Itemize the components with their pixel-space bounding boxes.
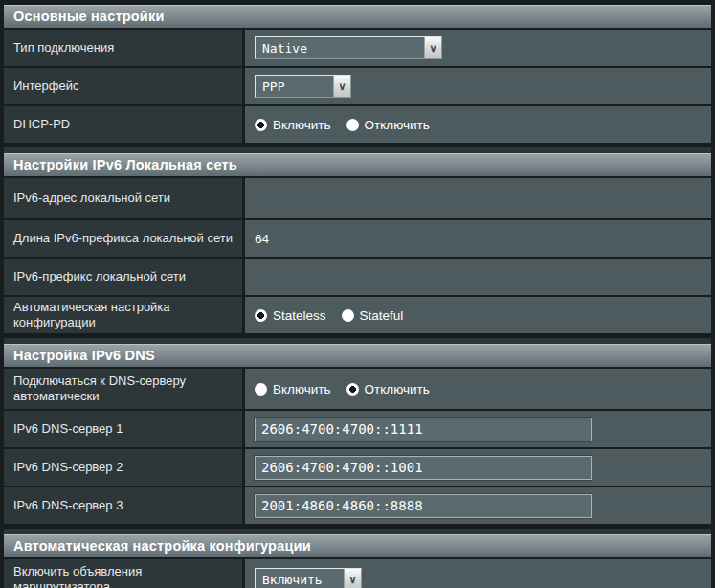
radio-option-stateful[interactable]: Stateful	[342, 308, 404, 323]
prefix-length-value: 64	[255, 232, 269, 246]
row-value: Включить Отключить	[245, 106, 711, 143]
radio-option-enable[interactable]: Включить	[255, 382, 331, 396]
row-value: 64	[245, 220, 711, 257]
row-lan-prefix-length: Длина IPv6-префикса локальной сети 64	[4, 220, 711, 257]
row-value	[245, 487, 711, 524]
row-router-advertisement: Включить объявления маршрутизатора Включ…	[4, 559, 711, 588]
dns-server-1-input[interactable]	[255, 418, 592, 441]
section-divider	[4, 145, 711, 153]
row-label: DHCP-PD	[4, 106, 245, 143]
row-label: Тип подключения	[4, 30, 245, 66]
row-dns-auto: Подключаться к DNS-серверу автоматически…	[4, 369, 711, 409]
row-value	[245, 178, 711, 218]
radio-option-stateless[interactable]: Stateless	[255, 308, 326, 323]
radio-option-disable[interactable]: Отключить	[346, 382, 430, 396]
row-label: Автоматическая настройка конфигурации	[4, 297, 245, 333]
radio-unselected-icon[interactable]	[346, 119, 359, 131]
row-value: PPP ∨	[245, 68, 711, 104]
row-value	[245, 259, 711, 295]
row-label: IPv6-префикс локальной сети	[4, 259, 245, 295]
connection-type-select[interactable]: Native ∨	[255, 36, 442, 59]
section-header-ipv6-lan: Настройки IPv6 Локальная сеть	[4, 153, 711, 176]
row-label: Интерфейс	[4, 68, 245, 104]
router-advertisement-select[interactable]: Включить ∨	[255, 568, 362, 588]
radio-selected-icon[interactable]	[255, 119, 267, 131]
row-value: Включить Отключить	[245, 369, 711, 409]
row-value: Stateless Stateful	[245, 297, 711, 333]
lan-ipv6-prefix-redacted	[262, 267, 427, 287]
row-label: Включить объявления маршрутизатора	[4, 559, 245, 588]
row-label: IPv6-адрес локальной сети	[4, 178, 245, 218]
row-dns-server-2: IPv6 DNS-сервер 2	[4, 449, 711, 486]
section-header-ipv6-dns: Настройка IPv6 DNS	[4, 344, 711, 367]
row-label: Подключаться к DNS-серверу автоматически	[4, 369, 245, 409]
radio-unselected-icon[interactable]	[342, 309, 354, 322]
row-dns-server-1: IPv6 DNS-сервер 1	[4, 411, 711, 447]
radio-unselected-icon[interactable]	[255, 383, 267, 396]
interface-select[interactable]: PPP ∨	[255, 75, 351, 98]
dhcp-pd-radio-group: Включить Отключить	[255, 118, 445, 132]
dns-auto-radio-group: Включить Отключить	[255, 382, 445, 396]
row-value	[245, 411, 711, 447]
select-value: Включить	[256, 573, 344, 587]
select-value: Native	[256, 41, 424, 56]
autoconfig-radio-group: Stateless Stateful	[255, 308, 418, 323]
chevron-down-icon[interactable]: ∨	[424, 37, 441, 58]
row-value: Native ∨	[245, 30, 711, 66]
row-dns-server-3: IPv6 DNS-сервер 3	[4, 487, 711, 524]
row-lan-ipv6-prefix: IPv6-префикс локальной сети	[4, 259, 711, 295]
dns-server-3-input[interactable]	[255, 494, 592, 518]
section-header-auto-configuration: Автоматическая настройка конфигурации	[4, 534, 711, 557]
radio-selected-icon[interactable]	[346, 383, 359, 396]
row-label: IPv6 DNS-сервер 2	[4, 449, 245, 486]
chevron-down-icon[interactable]: ∨	[344, 569, 361, 588]
lan-ipv6-address-redacted	[262, 189, 427, 209]
radio-option-disable[interactable]: Отключить	[346, 118, 430, 132]
row-interface: Интерфейс PPP ∨	[4, 68, 711, 104]
row-label: IPv6 DNS-сервер 1	[4, 411, 245, 447]
row-value	[245, 449, 711, 486]
row-label: Длина IPv6-префикса локальной сети	[4, 220, 245, 257]
row-autoconfig: Автоматическая настройка конфигурации St…	[4, 297, 711, 333]
row-value: Включить ∨	[245, 559, 711, 588]
chevron-down-icon[interactable]: ∨	[333, 76, 350, 97]
row-label: IPv6 DNS-сервер 3	[4, 487, 245, 524]
section-divider	[4, 335, 711, 344]
select-value: PPP	[256, 79, 333, 94]
section-header-basic-settings: Основные настройки	[4, 5, 711, 28]
section-divider	[4, 526, 711, 534]
dns-server-2-input[interactable]	[255, 456, 592, 480]
ipv6-settings-page: Основные настройки Тип подключения Nativ…	[0, 0, 715, 588]
radio-option-enable[interactable]: Включить	[255, 118, 331, 132]
row-dhcp-pd: DHCP-PD Включить Отключить	[4, 106, 711, 143]
radio-selected-icon[interactable]	[255, 309, 267, 322]
row-lan-ipv6-address: IPv6-адрес локальной сети	[4, 178, 711, 218]
row-connection-type: Тип подключения Native ∨	[4, 30, 711, 66]
